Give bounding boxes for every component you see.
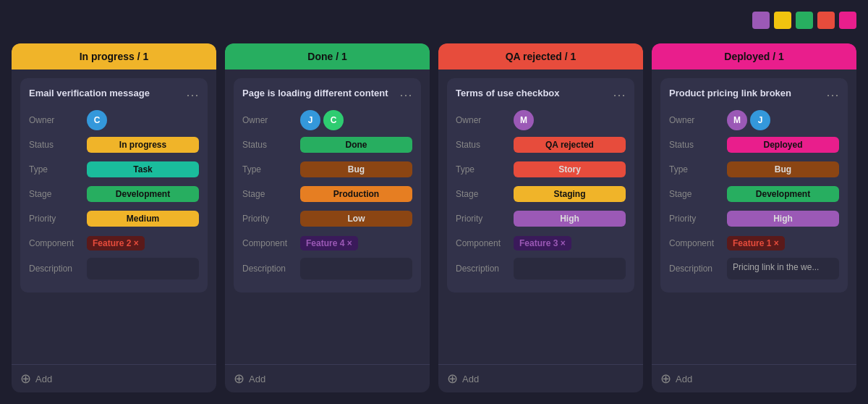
stage-row: StageDevelopment	[669, 184, 839, 204]
component-label: Component	[669, 238, 727, 248]
type-row: TypeBug	[242, 159, 412, 180]
priority-value[interactable]: Low	[300, 211, 412, 227]
component-row: ComponentFeature 1 ×	[669, 233, 839, 253]
component-tag[interactable]: Feature 4 ×	[300, 236, 412, 251]
card-menu-icon[interactable]: ⋯	[393, 87, 412, 103]
card-title-row: Email verification message⋯	[29, 87, 199, 103]
card-done-0: Page is loading different content⋯OwnerJ…	[234, 78, 421, 293]
component-row: ComponentFeature 3 ×	[456, 233, 626, 253]
column-deployed: Deployed / 1Product pricing link broken⋯…	[652, 43, 856, 392]
stage-label: Stage	[29, 189, 87, 199]
type-row: TypeStory	[456, 159, 626, 180]
priority-value[interactable]: Medium	[87, 211, 199, 227]
status-row: StatusDeployed	[669, 135, 839, 155]
type-value[interactable]: Story	[514, 161, 626, 177]
priority-value[interactable]: High	[514, 211, 626, 227]
color-dot-2[interactable]	[796, 12, 813, 29]
priority-row: PriorityHigh	[456, 209, 626, 229]
priority-row: PriorityLow	[242, 209, 412, 229]
stage-value[interactable]: Development	[87, 186, 199, 202]
card-title: Product pricing link broken	[669, 87, 820, 100]
status-label: Status	[29, 140, 87, 150]
stage-row: StageStaging	[456, 184, 626, 204]
status-row: StatusQA rejected	[456, 135, 626, 155]
status-badge[interactable]: QA rejected	[514, 137, 626, 153]
description-row: Description	[242, 258, 412, 279]
component-label: Component	[456, 238, 514, 248]
owner-label: Owner	[669, 115, 727, 125]
description-value[interactable]	[300, 258, 412, 279]
add-icon: ⊕	[20, 371, 31, 387]
column-header-done: Done / 1	[225, 43, 430, 70]
status-badge[interactable]: Deployed	[727, 137, 839, 153]
description-row: Description	[29, 258, 199, 279]
card-title: Page is loading different content	[242, 87, 393, 100]
stage-value[interactable]: Production	[300, 186, 412, 202]
status-label: Status	[669, 140, 727, 150]
add-button-done[interactable]: ⊕Add	[225, 364, 430, 392]
description-row: DescriptionPricing link in the we...	[669, 258, 839, 279]
owner-row: OwnerM	[456, 110, 626, 130]
component-row: ComponentFeature 2 ×	[29, 233, 199, 253]
column-header-deployed: Deployed / 1	[652, 43, 856, 70]
description-value[interactable]	[514, 258, 626, 279]
type-value[interactable]: Task	[87, 161, 199, 177]
type-row: TypeBug	[669, 159, 839, 180]
add-button-deployed[interactable]: ⊕Add	[652, 364, 856, 392]
component-label: Component	[242, 238, 300, 248]
description-value[interactable]	[87, 258, 199, 279]
description-value[interactable]: Pricing link in the we...	[727, 258, 839, 279]
component-tag[interactable]: Feature 3 ×	[514, 236, 626, 251]
column-qa-rejected: QA rejected / 1Terms of use checkbox⋯Own…	[438, 43, 643, 392]
add-label: Add	[249, 374, 265, 384]
avatar[interactable]: M	[514, 110, 534, 130]
stage-value[interactable]: Development	[727, 186, 839, 202]
stage-label: Stage	[242, 189, 300, 199]
description-row: Description	[456, 258, 626, 279]
priority-value[interactable]: High	[727, 211, 839, 227]
column-body-in-progress: Email verification message⋯OwnerCStatusI…	[12, 70, 216, 364]
add-icon: ⊕	[234, 371, 244, 387]
color-dot-4[interactable]	[839, 12, 856, 29]
owner-avatars: MJ	[727, 110, 839, 130]
component-label: Component	[29, 238, 87, 248]
owner-row: OwnerJC	[242, 110, 412, 130]
component-row: ComponentFeature 4 ×	[242, 233, 412, 253]
component-tag[interactable]: Feature 1 ×	[727, 236, 839, 251]
owner-row: OwnerMJ	[669, 110, 839, 130]
status-badge[interactable]: In progress	[87, 137, 199, 153]
card-title-row: Terms of use checkbox⋯	[456, 87, 626, 103]
add-button-qa-rejected[interactable]: ⊕Add	[438, 364, 643, 392]
description-label: Description	[456, 264, 514, 274]
add-label: Add	[676, 374, 692, 384]
add-label: Add	[35, 374, 52, 384]
status-label: Status	[242, 140, 300, 150]
component-tag[interactable]: Feature 2 ×	[87, 236, 199, 251]
color-dot-1[interactable]	[774, 12, 791, 29]
column-header-qa-rejected: QA rejected / 1	[438, 43, 643, 70]
stage-label: Stage	[456, 189, 514, 199]
avatar[interactable]: M	[727, 110, 747, 130]
avatar[interactable]: J	[300, 110, 320, 130]
card-menu-icon[interactable]: ⋯	[180, 87, 199, 103]
type-label: Type	[669, 164, 727, 174]
add-label: Add	[462, 374, 479, 384]
type-value[interactable]: Bug	[300, 161, 412, 177]
owner-label: Owner	[29, 115, 87, 125]
owner-label: Owner	[456, 115, 514, 125]
color-dot-0[interactable]	[752, 12, 770, 29]
add-button-in-progress[interactable]: ⊕Add	[12, 364, 216, 392]
column-in-progress: In progress / 1Email verification messag…	[12, 43, 216, 392]
card-menu-icon[interactable]: ⋯	[820, 87, 839, 103]
avatar[interactable]: C	[323, 110, 344, 130]
type-value[interactable]: Bug	[727, 161, 839, 177]
stage-value[interactable]: Staging	[514, 186, 626, 202]
card-title-row: Page is loading different content⋯	[242, 87, 412, 103]
card-menu-icon[interactable]: ⋯	[607, 87, 626, 103]
stage-label: Stage	[669, 189, 727, 199]
status-badge[interactable]: Done	[300, 137, 412, 153]
avatar[interactable]: C	[87, 110, 107, 130]
kanban-board: In progress / 1Email verification messag…	[0, 0, 868, 404]
avatar[interactable]: J	[750, 110, 770, 130]
color-dot-3[interactable]	[817, 12, 835, 29]
